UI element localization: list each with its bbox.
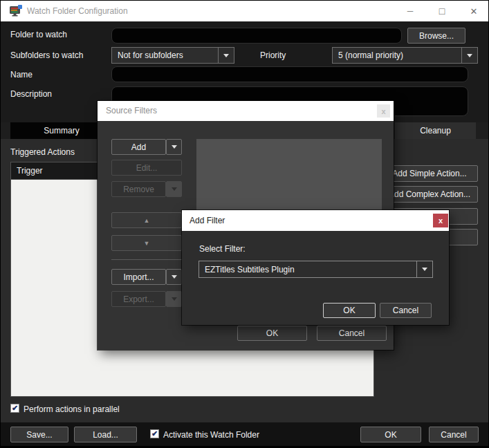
sf-ok-button[interactable]: OK <box>237 326 307 341</box>
app-icon <box>9 5 23 17</box>
add-filter-dialog: Add Filter x Select Filter: EZTitles Sub… <box>182 210 449 325</box>
sf-remove-button[interactable]: Remove <box>111 181 166 197</box>
maximize-button[interactable]: □ <box>431 2 453 20</box>
add-filter-title: Add Filter <box>190 216 225 225</box>
subfolders-to-watch-label: Subfolders to watch <box>10 50 83 60</box>
tab-cleanup[interactable]: Cleanup <box>395 122 476 139</box>
add-filter-ok-button[interactable]: OK <box>323 303 376 318</box>
sf-export-dropdown-icon[interactable] <box>166 291 182 307</box>
name-label: Name <box>10 70 33 80</box>
sf-export-button[interactable]: Export... <box>111 291 166 307</box>
add-filter-close-icon[interactable]: x <box>433 214 448 227</box>
source-filters-close-icon[interactable]: x <box>377 104 390 118</box>
sf-add-dropdown-icon[interactable] <box>166 139 182 155</box>
minimize-button[interactable]: ─ <box>399 2 421 20</box>
sf-move-down-button[interactable]: ▼ <box>111 235 182 251</box>
chevron-down-icon[interactable] <box>416 261 432 277</box>
description-label: Description <box>10 89 52 99</box>
sf-add-button[interactable]: Add <box>111 139 166 155</box>
triggered-actions-label: Triggered Actions <box>10 147 75 157</box>
activate-watch-folder-label: Activate this Watch Folder <box>163 430 259 440</box>
sf-cancel-button[interactable]: Cancel <box>317 326 387 341</box>
priority-label: Priority <box>260 50 286 60</box>
priority-combo-value: 5 (normal priority) <box>333 48 461 63</box>
check-icon: ✔ <box>12 404 18 412</box>
add-filter-cancel-button[interactable]: Cancel <box>380 303 432 318</box>
sf-edit-button[interactable]: Edit... <box>111 160 182 176</box>
add-filter-titlebar: Add Filter x <box>182 210 449 231</box>
folder-to-watch-input[interactable] <box>111 28 402 44</box>
load-button[interactable]: Load... <box>74 427 137 442</box>
check-icon: ✔ <box>151 430 158 438</box>
close-button[interactable]: ✕ <box>463 2 485 20</box>
watch-folder-configuration-window: Watch Folder Configuration ─ □ ✕ Folder … <box>0 0 489 448</box>
add-complex-action-button[interactable]: Add Complex Action... <box>381 186 478 203</box>
chevron-down-icon[interactable] <box>218 48 234 63</box>
sf-move-up-button[interactable]: ▲ <box>111 212 182 228</box>
source-filters-titlebar: Source Filters x <box>98 101 394 121</box>
window-titlebar: Watch Folder Configuration ─ □ ✕ <box>1 1 489 21</box>
parallel-checkbox[interactable]: ✔ <box>10 404 19 413</box>
folder-to-watch-label: Folder to watch <box>10 30 67 39</box>
save-button[interactable]: Save... <box>10 427 68 442</box>
browse-button[interactable]: Browse... <box>407 28 465 44</box>
parallel-checkbox-label: Perform actions in parallel <box>24 404 120 414</box>
window-title: Watch Folder Configuration <box>27 6 128 16</box>
priority-combo[interactable]: 5 (normal priority) <box>332 47 478 64</box>
cancel-button[interactable]: Cancel <box>429 427 479 442</box>
sf-import-dropdown-icon[interactable] <box>166 269 182 285</box>
sf-import-button[interactable]: Import... <box>111 269 166 285</box>
source-filters-title: Source Filters <box>106 106 157 115</box>
name-input[interactable] <box>111 66 468 82</box>
sf-remove-dropdown-icon[interactable] <box>166 181 182 197</box>
subfolders-combo[interactable]: Not for subfolders <box>111 47 234 64</box>
sf-divider <box>111 259 182 260</box>
subfolders-combo-value: Not for subfolders <box>112 48 218 63</box>
filter-combo-value: EZTitles Subtitles Plugin <box>199 261 416 277</box>
chevron-down-icon[interactable] <box>461 48 477 63</box>
add-simple-action-button[interactable]: Add Simple Action... <box>381 165 478 182</box>
filter-combo[interactable]: EZTitles Subtitles Plugin <box>199 261 433 278</box>
activate-watch-folder-checkbox[interactable]: ✔ <box>150 429 159 438</box>
select-filter-label: Select Filter: <box>199 244 246 254</box>
ok-button[interactable]: OK <box>360 427 421 442</box>
